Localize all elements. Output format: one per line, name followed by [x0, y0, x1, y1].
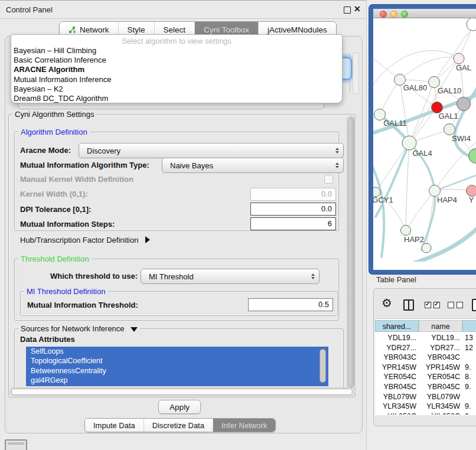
bottom-tabs: Impute DataDiscretize DataInfer Network [84, 418, 276, 432]
mi-threshold-field[interactable]: 0.5 [248, 298, 333, 311]
minimized-panel-icon[interactable] [5, 439, 27, 450]
algorithm-option[interactable]: Bayesian – Hill Climbing [11, 46, 342, 56]
aracne-mode-label: Aracne Mode: [20, 146, 71, 155]
tab-label: Select [164, 25, 186, 34]
node-gcy1-label: GCY1 [373, 195, 393, 204]
dpi-tolerance-label: DPI Tolerance [0,1]: [20, 205, 91, 214]
algorithm-option[interactable]: Bayesian – K2 [11, 84, 342, 94]
settings-vertical-thumb[interactable] [348, 118, 354, 387]
kernel-width-field[interactable]: 0.0 [250, 188, 336, 201]
which-threshold-combo[interactable]: MI Threshold [141, 269, 319, 284]
zoom-traffic-light-icon[interactable] [401, 11, 408, 18]
network-view-window: GALGAL80GAL10GAL1GAL11SWI4GAL4GCY1HAP4YH… [369, 5, 476, 274]
tab-label: jActiveMNodules [268, 25, 327, 34]
aracne-mode-value: Discovery [87, 146, 120, 155]
table-row[interactable]: YDR27...YDR27...12 [375, 343, 476, 353]
close-icon[interactable]: ✕ [354, 4, 361, 14]
cell-value: 9 [465, 412, 469, 415]
minimize-traffic-light-icon[interactable] [390, 11, 397, 18]
cell-shared-name: YDL19... [375, 333, 416, 343]
data-attributes-label: Data Attributes [20, 335, 75, 344]
dpi-tolerance-field[interactable]: 0.0 [250, 203, 336, 216]
panel-edge-line [350, 53, 350, 93]
node-gal4[interactable] [402, 136, 416, 150]
column-header[interactable]: name [419, 320, 462, 332]
attribute-item[interactable]: SelfLoops [26, 347, 328, 356]
sources-toggle[interactable]: Sources for Network Inference [18, 324, 140, 333]
tab-discretize-data[interactable]: Discretize Data [144, 419, 213, 432]
column-header[interactable]: shared... [375, 320, 419, 332]
node-gal11-label: GAL11 [383, 119, 407, 128]
data-attributes-list[interactable]: SelfLoopsTopologicalCoefficientBetweenne… [26, 347, 328, 386]
sources-title: Sources for Network Inference [21, 324, 125, 333]
node-gray[interactable] [457, 97, 471, 111]
algorithm-option[interactable]: Dream8 DC_TDC Algorithm [11, 94, 342, 103]
node-green-right[interactable] [469, 149, 476, 164]
hub-section-toggle[interactable]: Hub/Transcription Factor Definition [20, 236, 150, 244]
table-row[interactable]: YPR145WYPR145W9. [375, 363, 476, 373]
mi-type-label: Mutual Information Algorithm Type: [20, 161, 149, 169]
attribute-item[interactable]: TopologicalCoefficient [26, 356, 328, 366]
apply-button[interactable]: Apply [158, 400, 201, 414]
chevron-right-icon [145, 236, 150, 243]
network-edge [406, 143, 409, 229]
threshold-definition-title: Threshold Definition [18, 255, 92, 263]
column-header[interactable] [462, 320, 476, 332]
cell-shared-name: YER054C [375, 372, 416, 382]
tab-impute-data[interactable]: Impute Data [85, 419, 144, 432]
node-gal80-label: GAL80 [403, 83, 427, 92]
node-bottom[interactable] [422, 243, 431, 253]
node-hap4[interactable] [429, 185, 441, 197]
attribute-item[interactable]: BetweennessCentrality [26, 366, 328, 376]
network-canvas[interactable]: GALGAL80GAL10GAL1GAL11SWI4GAL4GCY1HAP4YH… [373, 18, 476, 262]
cell-value: 8. [465, 372, 471, 382]
network-edge [400, 57, 459, 80]
table-page-icon[interactable] [472, 299, 476, 311]
algorithm-option[interactable]: Basic Correlation Inference [11, 56, 342, 65]
settings-vertical-scrollbar[interactable] [347, 116, 356, 396]
settings-horizontal-scrollbar[interactable] [9, 387, 356, 396]
manual-kernel-label: Manual Kernel Width Definition [20, 175, 133, 184]
manual-kernel-checkbox[interactable] [324, 175, 333, 184]
network-edge [380, 80, 400, 114]
node-gal[interactable] [454, 53, 464, 64]
table-row[interactable]: YER054CYER054C8. [375, 372, 476, 382]
mi-steps-field[interactable]: 6 [250, 217, 336, 230]
close-traffic-light-icon[interactable] [380, 11, 387, 18]
cell-shared-name: YLR345W [375, 402, 416, 412]
mi-type-combo[interactable]: Naive Bayes [162, 158, 344, 173]
settings-horizontal-thumb[interactable] [11, 389, 353, 395]
node-swi4[interactable] [444, 124, 455, 135]
deselect-all-checkboxes-icon[interactable] [448, 302, 463, 308]
aracne-mode-combo[interactable]: Discovery [79, 143, 344, 158]
algorithm-option[interactable]: ARACNE Algorithm [11, 65, 342, 74]
node-hap4-label: HAP4 [437, 195, 457, 204]
cell-name: YBR045C [419, 382, 460, 392]
cell-name: YDL19... [419, 333, 460, 343]
table-rows: YDL19...YDL19...13YDR27...YDR27...12YBR0… [375, 333, 476, 415]
split-columns-icon[interactable] [403, 299, 414, 311]
table-row[interactable]: YLR345WYLR345W9. [375, 402, 476, 412]
cell-name: YBL079W [419, 392, 460, 402]
table-row[interactable]: YBR043CYBR043C [375, 353, 476, 363]
table-row[interactable]: YDL19...YDL19...13 [375, 333, 476, 343]
algorithm-option[interactable]: Mutual Information Inference [11, 75, 342, 84]
attribute-item[interactable]: gal4RGexp [26, 376, 328, 385]
table-row[interactable]: YBL079WYBL079W [375, 392, 476, 402]
attributes-scrollbar[interactable] [319, 349, 326, 383]
algorithm-definition-title: Algorithm Definition [18, 128, 90, 136]
mi-type-value: Naive Bayes [170, 161, 213, 170]
tab-infer-network[interactable]: Infer Network [213, 419, 275, 432]
algorithm-placeholder: Select algorithm to view settings [11, 35, 342, 46]
cell-name: YLR345W [419, 402, 460, 412]
network-edge-highlighted [376, 143, 409, 217]
node-topright[interactable] [467, 18, 476, 31]
node-pink-right[interactable] [467, 185, 476, 197]
node-hap2[interactable] [401, 226, 411, 236]
network-window-titlebar[interactable] [373, 9, 476, 18]
table-row[interactable]: YIL052CYIL052C9 [375, 412, 476, 415]
table-row[interactable]: YBR045CYBR045C9. [375, 382, 476, 392]
gear-icon[interactable]: ⚙ [382, 297, 392, 309]
float-window-icon[interactable] [344, 6, 351, 14]
select-all-checkboxes-icon[interactable] [425, 302, 440, 308]
